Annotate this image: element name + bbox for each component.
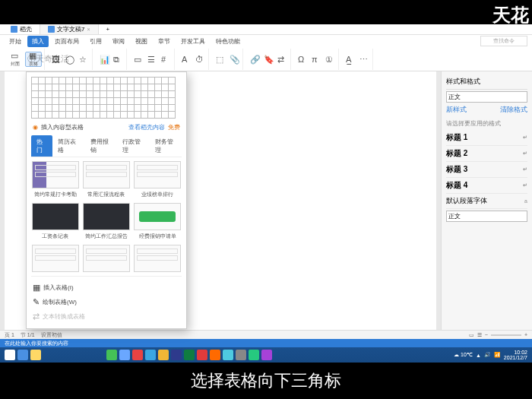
attach-button[interactable]: 📎 — [228, 52, 240, 67]
icon-button[interactable]: ☆ — [78, 52, 90, 67]
header-button[interactable]: ☰ — [146, 52, 158, 67]
app-icon[interactable] — [210, 350, 220, 360]
panel-title: 样式和格式 — [446, 74, 527, 90]
template-item[interactable]: 业绩榜单排行 — [134, 161, 182, 198]
search-box[interactable]: 查找命令 — [480, 36, 527, 46]
style-h4[interactable]: 标题 4↵ — [446, 178, 527, 194]
dd-tab-hot[interactable]: 热门 — [31, 135, 52, 157]
template-item[interactable] — [82, 245, 130, 272]
style-h1[interactable]: 标题 1↵ — [446, 130, 527, 146]
style-body[interactable]: 正文 — [446, 211, 527, 222]
weather-widget[interactable]: ☁ 10℃ — [454, 352, 473, 358]
tab-home[interactable]: 稻壳 — [3, 24, 40, 34]
template-item[interactable]: 简约常规打卡考勤 — [31, 161, 79, 198]
wc-label[interactable]: 设置初值 — [41, 331, 62, 339]
app-icon[interactable] — [106, 350, 117, 360]
rtab-view[interactable]: 视图 — [131, 36, 152, 47]
clock-date[interactable]: 2021/12/7 — [504, 355, 527, 360]
cover-button[interactable]: ▭封面 — [7, 52, 24, 67]
folder-icon[interactable] — [30, 350, 41, 360]
rtab-start[interactable]: 开始 — [5, 36, 26, 47]
app-icon[interactable] — [158, 350, 169, 360]
convert-table-item: ⇄文本转换成表格 — [31, 309, 182, 324]
rtab-insert[interactable]: 插入 — [27, 36, 49, 47]
template-item[interactable]: 常用汇报流程表 — [82, 161, 130, 198]
tray-icon[interactable]: 🔊 — [484, 352, 491, 358]
edge-icon[interactable] — [17, 350, 28, 360]
new-style-link[interactable]: 新样式 — [446, 105, 467, 115]
dd-tab-fin[interactable]: 财务管理 — [150, 135, 182, 157]
style-default[interactable]: 默认段落字体a — [446, 194, 527, 209]
app-icon[interactable] — [197, 350, 207, 360]
tray-icon[interactable]: 📶 — [494, 352, 501, 358]
app-icon[interactable] — [145, 350, 156, 360]
view-icon[interactable]: ▭ — [469, 332, 474, 338]
app-icon[interactable] — [249, 350, 259, 360]
app-icon[interactable] — [132, 350, 143, 360]
clear-format-link[interactable]: 清除格式 — [500, 105, 527, 115]
template-item[interactable] — [31, 245, 79, 272]
template-item[interactable]: 工资条记表 — [31, 203, 79, 240]
statusbar: 页 1 节 1/1 设置初值 ▭ ☰ − + — [0, 330, 532, 339]
insert-table-item[interactable]: ▦插入表格(I) — [31, 280, 182, 295]
free-badge: 免费 — [168, 123, 180, 131]
view-icon[interactable]: ☰ — [477, 332, 482, 338]
zoom-in[interactable]: + — [524, 332, 527, 337]
section-label: 节 1/1 — [21, 331, 35, 339]
doc-icon — [48, 26, 55, 33]
textbox-button[interactable]: ▭ — [132, 52, 144, 67]
clock-time[interactable]: 10:02 — [514, 350, 527, 355]
dropcap-button[interactable]: A̲ — [344, 52, 356, 67]
style-h2[interactable]: 标题 2↵ — [446, 146, 527, 162]
date-button[interactable]: ⏱ — [194, 52, 206, 67]
bookmark-button[interactable]: 🔖 — [262, 52, 274, 67]
table-grid-picker[interactable] — [31, 77, 182, 118]
app-icon[interactable] — [119, 350, 130, 360]
equation-button[interactable]: π — [310, 52, 322, 67]
draw-table-item[interactable]: ✎绘制表格(W) — [31, 295, 182, 309]
rtab-section[interactable]: 章节 — [154, 36, 175, 47]
template-grid: 简约常规打卡考勤 常用汇报流程表 业绩榜单排行 工资条记表 简约工作汇总报告 经… — [31, 161, 182, 272]
current-style[interactable]: 正文 — [446, 91, 527, 103]
more-button[interactable]: ⋯ — [358, 52, 370, 67]
app-icon[interactable] — [261, 350, 272, 360]
rtab-layout[interactable]: 页面布局 — [50, 36, 84, 47]
dd-tab-expense[interactable]: 费用报销 — [85, 135, 117, 157]
app-icon[interactable] — [171, 350, 182, 360]
tab-doc[interactable]: 文字文稿7 × — [40, 24, 99, 34]
style-h3[interactable]: 标题 3↵ — [446, 162, 527, 178]
symbol-button[interactable]: Ω — [296, 52, 309, 67]
dd-tab-resume[interactable]: 简历表格 — [52, 135, 84, 157]
template-item[interactable]: 经费报销申请单 — [134, 203, 182, 240]
styles-panel: 样式和格式 正文 新样式 清除格式 请选择要应用的格式 标题 1↵ 标题 2↵ … — [441, 71, 532, 363]
search-hint[interactable]: 在此处输入你要搜索的内容 — [0, 339, 532, 347]
content-area: ◉ 插入内容型表格 查看稻壳内容 免费 热门 简历表格 费用报销 行政管理 财务… — [0, 71, 532, 363]
rtab-dev[interactable]: 开发工具 — [176, 36, 210, 47]
zoom-slider[interactable] — [491, 334, 521, 336]
art-button[interactable]: A — [180, 52, 192, 67]
view-all-link[interactable]: 查看稻壳内容 — [128, 123, 165, 131]
crossref-button[interactable]: ⇄ — [276, 52, 288, 67]
zoom-out[interactable]: − — [485, 332, 488, 337]
app-icon[interactable] — [184, 350, 195, 360]
smartart-button[interactable]: ⧉ — [112, 52, 124, 67]
chart-button[interactable]: 📊 — [98, 52, 110, 67]
start-icon[interactable] — [5, 350, 15, 360]
pagenum-button[interactable]: # — [160, 52, 172, 67]
watermark-brand: ①天奇生活 — [27, 53, 69, 65]
link-button[interactable]: 🔗 — [249, 52, 261, 67]
tab-add[interactable]: + — [99, 25, 118, 33]
rtab-feat[interactable]: 特色功能 — [211, 36, 245, 47]
document-canvas[interactable]: ◉ 插入内容型表格 查看稻壳内容 免费 热门 简历表格 费用报销 行政管理 财务… — [5, 71, 436, 363]
dd-tab-admin[interactable]: 行政管理 — [117, 135, 149, 157]
tray-icon[interactable]: ▲ — [476, 353, 481, 358]
template-item[interactable] — [134, 245, 182, 272]
rtab-review[interactable]: 审阅 — [108, 36, 129, 47]
wps-icon — [11, 26, 17, 33]
template-item[interactable]: 简约工作汇总报告 — [82, 203, 130, 240]
object-button[interactable]: ⬚ — [214, 52, 226, 67]
number-button[interactable]: ① — [324, 52, 336, 67]
app-icon[interactable] — [236, 350, 246, 360]
rtab-ref[interactable]: 引用 — [85, 36, 106, 47]
app-icon[interactable] — [223, 350, 233, 360]
